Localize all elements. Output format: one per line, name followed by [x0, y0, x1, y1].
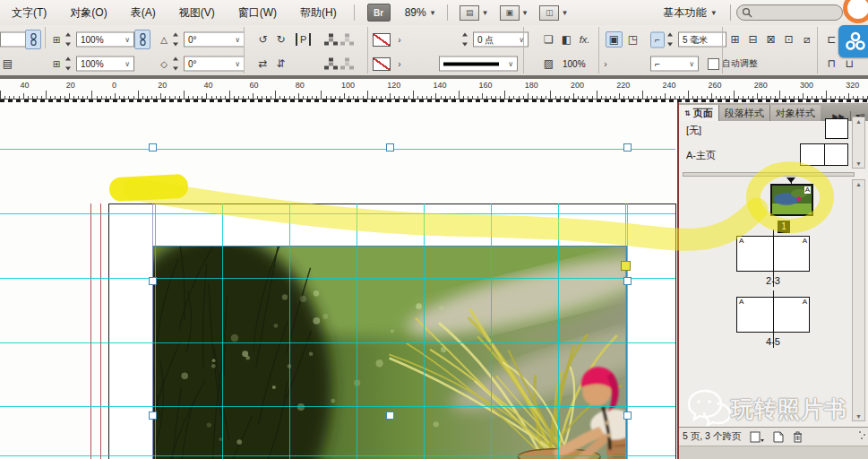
guide-line[interactable] — [0, 149, 675, 150]
guide-line[interactable] — [100, 204, 101, 459]
page-1-number[interactable]: 1 — [778, 221, 790, 233]
guide-line[interactable] — [627, 204, 628, 459]
flip-vertical-icon[interactable]: ⇵ — [273, 56, 288, 71]
stroke-style-dropdown[interactable]: ∨ — [439, 56, 518, 72]
guide-line[interactable] — [0, 278, 675, 279]
corner-options-icon[interactable]: ⌐ — [650, 31, 665, 48]
shear-field[interactable]: 0° ∨ — [184, 56, 245, 72]
guide-line[interactable] — [289, 204, 290, 459]
master-none-thumbnail[interactable] — [825, 118, 848, 139]
frame-handle[interactable] — [149, 411, 157, 420]
rotate-ccw-icon[interactable]: ↺ — [255, 32, 271, 47]
guide-line[interactable] — [558, 204, 559, 459]
distribute-a-icon[interactable]: ⊓ — [824, 56, 839, 71]
fill-frame-proportionally-icon[interactable]: ⊡ — [781, 32, 796, 47]
menu-type[interactable]: 文字(T) — [0, 1, 58, 25]
stroke-weight-stepper[interactable] — [462, 31, 470, 48]
select-container-button[interactable]: P — [296, 33, 311, 46]
frame-handle[interactable] — [623, 277, 632, 285]
master-a-thumbnail[interactable] — [800, 143, 848, 166]
guide-line[interactable] — [0, 213, 675, 214]
fit-content-proportionally-icon[interactable]: ⊠ — [763, 32, 778, 47]
drop-shadow-icon[interactable]: ❏ — [541, 32, 556, 47]
scale-x-field[interactable]: 100% ∨ — [76, 32, 134, 48]
menu-table[interactable]: 表(A) — [119, 1, 168, 25]
distribute-b-icon[interactable]: ⊔ — [842, 56, 857, 71]
fit-content-to-frame-icon[interactable]: ⊟ — [745, 32, 761, 47]
frame-handle[interactable] — [386, 143, 394, 152]
guide-line[interactable] — [0, 455, 675, 456]
scroll-down-icon[interactable]: ▼ — [855, 413, 862, 420]
select-next-object-icon[interactable] — [340, 34, 354, 46]
opacity-field[interactable]: 100% — [559, 57, 597, 71]
spread-4-5-thumbnail[interactable]: A A — [736, 297, 810, 333]
guide-line[interactable] — [155, 204, 156, 459]
corner-radius-field[interactable]: 5 毫米 — [678, 32, 726, 48]
zoom-level-dropdown[interactable]: 89% ▾ — [398, 6, 443, 19]
delete-page-button[interactable] — [793, 431, 803, 443]
masters-scrollbar[interactable]: ▲ ▼ — [852, 117, 865, 169]
select-parent-icon[interactable] — [340, 58, 354, 70]
select-content-icon[interactable] — [324, 58, 338, 70]
align-left-icon[interactable]: ⊏ — [824, 32, 839, 47]
frame-handle[interactable] — [149, 143, 157, 152]
edit-page-size-button[interactable] — [750, 431, 764, 443]
master-none-item[interactable]: [无] — [686, 124, 701, 137]
menu-window[interactable]: 窗口(W) — [227, 1, 288, 25]
guide-line[interactable] — [90, 204, 91, 459]
guide-line[interactable] — [625, 204, 626, 459]
screen-mode-button[interactable]: ▣ ▾ — [500, 5, 528, 21]
rotate-cw-icon[interactable]: ↻ — [273, 32, 288, 47]
shear-stepper[interactable] — [173, 56, 181, 73]
constrain-scale-link-icon[interactable] — [134, 30, 150, 49]
scroll-up-icon[interactable]: ▲ — [855, 181, 862, 187]
fill-none-swatch[interactable] — [373, 57, 391, 71]
wrap-around-icon[interactable]: ◳ — [625, 32, 640, 47]
scale-y-stepper[interactable] — [65, 56, 73, 73]
scale-x-stepper[interactable] — [65, 31, 73, 48]
chevron-right-icon[interactable]: › — [393, 32, 406, 47]
pages-scrollbar[interactable]: ▲ ▼ — [852, 179, 865, 421]
rotation-field[interactable]: 0° ∨ — [184, 32, 245, 48]
workspace-switcher[interactable]: 基本功能 ▾ — [654, 5, 725, 21]
frame-handle[interactable] — [623, 411, 632, 420]
panel-splitter[interactable] — [683, 172, 855, 177]
corner-shape-dropdown[interactable]: ⌐ ∨ — [650, 56, 699, 72]
guide-line[interactable] — [152, 204, 153, 459]
frame-handle[interactable] — [149, 277, 157, 285]
center-content-icon[interactable]: ⧄ — [799, 32, 814, 47]
wh-field-partial-icon[interactable]: ▤ — [0, 56, 15, 71]
tab-object-styles[interactable]: 对象样式 — [770, 105, 821, 121]
page-1-thumbnail[interactable]: A — [770, 184, 813, 216]
horizontal-ruler[interactable]: 4020020406080100120140160180200220240260… — [0, 79, 868, 100]
effects-fx-icon[interactable]: fx. — [577, 32, 592, 47]
frame-handle[interactable] — [623, 143, 632, 152]
master-a-item[interactable]: A-主页 — [686, 149, 716, 162]
guide-line[interactable] — [424, 204, 425, 459]
autofit-checkbox[interactable] — [708, 58, 719, 70]
flip-horizontal-icon[interactable]: ⇄ — [255, 56, 271, 71]
frame-handle[interactable] — [386, 411, 394, 420]
new-page-button[interactable] — [773, 431, 784, 443]
bridge-button[interactable]: Br — [367, 4, 391, 22]
constrain-position-link-icon[interactable] — [25, 30, 41, 49]
guide-line[interactable] — [222, 204, 223, 459]
select-previous-object-icon[interactable] — [324, 34, 338, 46]
scale-y-field[interactable]: 100% ∨ — [76, 56, 134, 72]
guide-line[interactable] — [357, 204, 357, 459]
opacity-icon[interactable]: ▨ — [541, 56, 556, 71]
view-options-button[interactable]: ▤ ▾ — [460, 5, 487, 21]
tab-paragraph-styles[interactable]: 段落样式 — [719, 105, 770, 121]
scroll-down-icon[interactable]: ▼ — [855, 160, 862, 167]
guide-line[interactable] — [491, 204, 492, 459]
scroll-up-icon[interactable]: ▲ — [855, 118, 862, 125]
document-canvas[interactable] — [0, 99, 677, 459]
chevron-right-icon[interactable]: › — [599, 56, 612, 71]
menu-view[interactable]: 视图(V) — [168, 1, 227, 25]
spread-2-3-thumbnail[interactable]: A A — [736, 236, 810, 272]
live-corner-handle[interactable] — [621, 261, 631, 271]
arrange-documents-button[interactable]: ◫ ▾ — [539, 5, 567, 21]
rotation-stepper[interactable] — [173, 31, 181, 48]
spread-4-5-label[interactable]: 4-5 — [736, 336, 810, 347]
corner-radius-stepper[interactable] — [667, 31, 675, 48]
